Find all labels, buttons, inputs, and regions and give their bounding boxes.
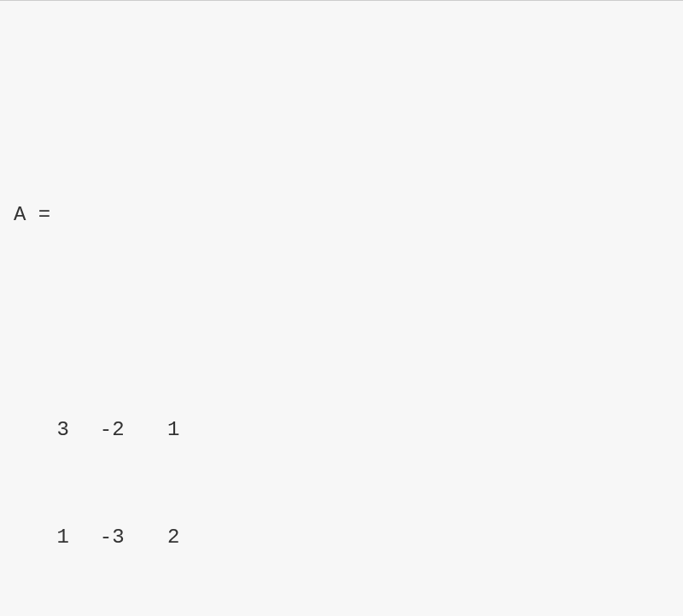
matrix-row: 1-32 [14,520,669,555]
matrix-cell: -2 [84,412,125,448]
matrix-cell: 1 [28,520,69,555]
matrix-cell: 1 [139,412,180,448]
variable-name: A [14,203,26,226]
output-block-1: A = 3-21 1-32 126 result = true [14,125,669,616]
matrix-display: 3-21 1-32 126 [14,340,669,616]
matrix-cell: 3 [28,412,69,448]
matrix-row: 3-21 [14,412,669,448]
variable-header: A = [14,197,669,233]
assign-operator: = [26,203,50,226]
matrix-cell: 2 [139,520,180,555]
console-output: A = 3-21 1-32 126 result = true A = -212… [14,18,669,616]
matrix-cell: -3 [84,520,125,555]
